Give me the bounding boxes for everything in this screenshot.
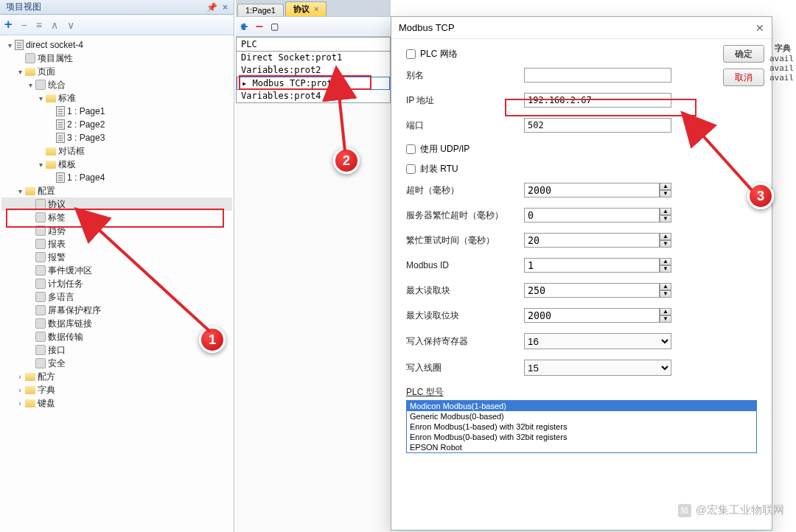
expander-icon[interactable]: ▾ — [15, 187, 25, 195]
max-read-block-label: 最大读取块 — [406, 284, 524, 297]
add-icon[interactable]: + — [4, 17, 13, 32]
plc-list[interactable]: PLCDirect Socket:prot1Variables:prot2▸ M… — [236, 37, 391, 103]
plc-remove-icon[interactable]: − — [256, 19, 264, 35]
tree-item[interactable]: 数据库链接 — [1, 317, 232, 330]
close-icon[interactable]: × — [223, 2, 228, 13]
modbus-id-input[interactable] — [524, 258, 660, 273]
tree-item[interactable]: ▾模板 — [1, 158, 232, 171]
generic-icon — [35, 318, 46, 329]
tree-item[interactable]: ▾标准 — [1, 91, 232, 105]
max-read-block-spinner[interactable]: ▲▼ — [660, 283, 671, 298]
tree-item[interactable]: 报警 — [1, 251, 232, 264]
tree-item[interactable]: 1 : Page4 — [1, 171, 232, 184]
max-read-bit-input[interactable] — [524, 308, 660, 323]
plc-model-list[interactable]: Modicon Modbus(1-based)Generic Modbus(0-… — [406, 400, 757, 453]
plc-list-row[interactable]: Variables:prot2 — [237, 64, 390, 77]
tree-item[interactable]: ›字典 — [1, 383, 232, 396]
tree-item-label: 对话框 — [58, 145, 85, 158]
list-icon[interactable]: ≡ — [36, 19, 42, 31]
retry-spinner[interactable]: ▲▼ — [660, 233, 671, 248]
udp-label: 使用 UDP/IP — [420, 143, 469, 155]
tree-item[interactable]: 报表 — [1, 237, 232, 251]
tree-item[interactable]: ▾direct socket-4 — [1, 38, 232, 52]
retry-input[interactable] — [524, 233, 660, 248]
tree-item[interactable]: ›键盘 — [1, 396, 232, 410]
tree-item[interactable]: 数据传输 — [1, 330, 232, 343]
plc-model-item[interactable]: Modicon Modbus(1-based) — [407, 401, 756, 411]
tree-item[interactable]: ›配方 — [1, 370, 232, 383]
dialog-close-icon[interactable]: ✕ — [755, 22, 764, 34]
write-hold-label: 写入保持寄存器 — [406, 335, 524, 348]
plc-list-row[interactable]: Variables:prot4 — [237, 90, 390, 102]
tree-item[interactable]: 1 : Page1 — [1, 105, 232, 118]
expander-icon[interactable]: › — [15, 399, 25, 407]
plc-model-item[interactable]: EPSON Robot — [407, 442, 756, 452]
tab-close-icon[interactable]: × — [314, 4, 318, 13]
generic-icon — [35, 305, 46, 315]
remove-icon[interactable]: − — [21, 19, 27, 31]
tree-item[interactable]: 协议 — [1, 197, 232, 211]
timeout-spinner[interactable]: ▲▼ — [660, 183, 671, 197]
plc-model-item[interactable]: Generic Modbus(0-based) — [407, 411, 756, 421]
expander-icon[interactable]: ▾ — [35, 161, 46, 169]
tree-item-label: 计划任务 — [48, 278, 83, 290]
max-read-bit-spinner[interactable]: ▲▼ — [660, 308, 671, 323]
tree-item[interactable]: 计划任务 — [1, 277, 232, 290]
tree-item[interactable]: 屏幕保护程序 — [1, 304, 232, 317]
tree-item[interactable]: 项目属性 — [1, 52, 232, 65]
plc-model-item[interactable]: Enron Modbus(0-based) with 32bit registe… — [407, 432, 756, 442]
expander-icon[interactable]: › — [15, 386, 25, 394]
busy-input[interactable] — [524, 208, 660, 223]
udp-checkbox[interactable] — [406, 144, 416, 154]
expander-icon[interactable]: ▾ — [4, 41, 15, 49]
rtu-checkbox[interactable] — [406, 164, 416, 174]
plc-network-checkbox[interactable] — [406, 49, 416, 59]
tree-item[interactable]: 2 : Page2 — [1, 118, 232, 131]
modbus-id-spinner[interactable]: ▲▼ — [660, 258, 671, 273]
alias-input[interactable] — [524, 68, 671, 83]
max-read-block-input[interactable] — [524, 283, 660, 298]
tree-item[interactable]: 标签 — [1, 211, 232, 224]
plc-add-icon[interactable]: + — [240, 19, 248, 35]
plc-model-item[interactable]: Enron Modbus(1-based) with 32bit registe… — [407, 421, 756, 432]
plc-model-label: PLC 型号 — [406, 386, 757, 399]
expander-icon[interactable]: › — [15, 373, 25, 381]
write-hold-select[interactable]: 16 — [524, 333, 671, 349]
project-tree[interactable]: ▾direct socket-4项目属性▾页面▾统合▾标准1 : Page12 … — [0, 35, 234, 413]
plc-list-header: PLC — [237, 38, 390, 52]
tree-item[interactable]: 安全 — [1, 357, 232, 370]
plc-list-row[interactable]: ▸ Modbus TCP:prot3 — [237, 77, 390, 90]
tab[interactable]: 协议× — [285, 1, 327, 16]
tree-item[interactable]: 多语言 — [1, 290, 232, 304]
dialog-title-text: Modbus TCP — [399, 22, 455, 33]
tree-item[interactable]: ▾配置 — [1, 184, 232, 197]
tree-item[interactable]: 趋势 — [1, 224, 232, 237]
tab-strip: 1:Page1协议× — [236, 0, 391, 16]
expander-icon[interactable]: ▾ — [25, 81, 35, 89]
folder-icon — [25, 399, 35, 407]
folder-open-icon — [46, 94, 56, 102]
port-input[interactable] — [524, 118, 671, 133]
tree-item-label: 1 : Page4 — [67, 172, 105, 183]
tree-item[interactable]: 接口 — [1, 343, 232, 357]
expander-icon[interactable]: ▾ — [35, 94, 46, 102]
tree-item[interactable]: 对话框 — [1, 144, 232, 158]
tree-item[interactable]: ▾页面 — [1, 65, 232, 78]
ip-input[interactable] — [524, 93, 671, 108]
tab[interactable]: 1:Page1 — [237, 4, 284, 16]
plc-list-row[interactable]: Direct Socket:prot1 — [237, 52, 390, 64]
pin-icon[interactable]: 📌 — [206, 2, 217, 13]
timeout-input[interactable] — [524, 183, 660, 197]
alias-label: 别名 — [406, 69, 524, 82]
down-icon[interactable]: ∨ — [67, 19, 74, 31]
up-icon[interactable]: ∧ — [51, 19, 58, 31]
tree-item[interactable]: 3 : Page3 — [1, 131, 232, 144]
write-coil-select[interactable]: 15 — [524, 360, 671, 376]
expander-icon[interactable]: ▾ — [15, 68, 25, 76]
tree-item[interactable]: 事件缓冲区 — [1, 264, 232, 277]
tree-item[interactable]: ▾统合 — [1, 78, 232, 91]
tree-item-label: 趋势 — [48, 225, 66, 237]
plc-view-icon[interactable]: ▢ — [270, 21, 279, 32]
dict-cell: avail — [769, 54, 796, 63]
busy-spinner[interactable]: ▲▼ — [660, 208, 671, 223]
